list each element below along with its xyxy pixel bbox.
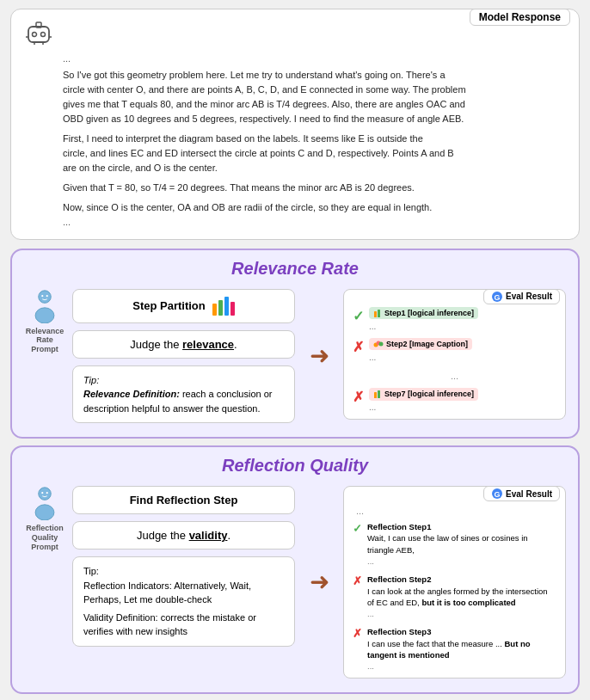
reflection-item-1-dots: ... xyxy=(367,556,556,567)
svg-rect-19 xyxy=(374,311,377,317)
svg-rect-14 xyxy=(218,300,223,316)
svg-point-12 xyxy=(46,295,48,297)
reflection-title: Reflection Quality xyxy=(24,456,566,476)
response-line-4: OBD given as 10 degrees and 5 degrees, r… xyxy=(63,112,567,126)
svg-rect-20 xyxy=(378,310,380,317)
svg-point-9 xyxy=(39,290,52,303)
reflection-item-1-title: Reflection Step1 xyxy=(367,521,556,532)
response-text: ... So I've got this geometry problem he… xyxy=(63,52,567,230)
reflection-prompt-label: ReflectionQualityPrompt xyxy=(24,486,65,551)
reflection-eval-result-label: G Eval Result xyxy=(483,486,560,501)
arrow-icon: ➜ xyxy=(310,341,329,370)
eval-result-label: G Eval Result xyxy=(483,289,560,304)
check-icon-1: ✓ xyxy=(353,307,364,326)
eval-item-2-tag: Step2 [Image Caption] xyxy=(369,338,556,352)
relevance-title: Relevance Rate xyxy=(24,259,566,279)
reflection-tip-content2: Validity Definition: corrects the mistak… xyxy=(83,611,284,639)
svg-rect-13 xyxy=(212,304,217,316)
svg-point-1 xyxy=(33,33,37,37)
reflection-tip-content: Reflection Indicators: Alternatively, Wa… xyxy=(83,579,284,607)
reflection-avatar xyxy=(31,486,58,520)
eval-item-2-content: Step2 [Image Caption] ... xyxy=(369,338,556,364)
relevance-arrow: ➜ xyxy=(302,341,336,370)
svg-point-27 xyxy=(35,505,54,520)
relevance-label-1: RelevanceRatePrompt xyxy=(26,327,65,354)
judge-text-before: Judge the xyxy=(130,338,182,351)
relevance-tip-box: Tip: Relevance Definition: reach a concl… xyxy=(72,365,295,424)
eval-item-1-body: ... xyxy=(369,321,556,333)
response-line-8: Given that T = 80, so T/4 = 20 degrees. … xyxy=(63,181,567,195)
eval-item-1-content: Step1 [logical inference] ... xyxy=(369,307,556,333)
eval-item-7-tag: Step7 [logical inference] xyxy=(369,388,556,402)
eval-item-7-content: Step7 [logical inference] ... xyxy=(369,388,556,414)
svg-point-28 xyxy=(41,492,43,494)
reflection-tip-bold1: Reflection Indicators: xyxy=(83,580,172,591)
judge-validity-box: Judge the validity. xyxy=(72,521,295,550)
reflection-item-1: ✓ Reflection Step1 Wait, I can use the l… xyxy=(353,521,556,567)
reflection-label: ReflectionQualityPrompt xyxy=(26,524,64,551)
reflection-tip-bold2: Validity Definition: xyxy=(83,612,158,623)
relevance-left-panel: Step Partition Judge the relevance. Tip: xyxy=(72,289,295,424)
eval-item-2: ✗ Step2 [Image Caption] xyxy=(353,338,556,364)
judge-keyword: relevance xyxy=(182,338,234,351)
judge-validity-after: . xyxy=(227,529,230,542)
find-reflection-label: Find Reflection Step xyxy=(130,494,238,507)
response-dots-bottom: ... xyxy=(63,215,567,230)
eval-item-7-body: ... xyxy=(369,402,556,414)
response-line-5: First, I need to interpret the diagram b… xyxy=(63,132,567,146)
reflection-item-3: ✗ Reflection Step3 I can use the fact th… xyxy=(353,626,556,672)
reflection-item-1-body: Wait, I can use the law of sines or cosi… xyxy=(367,532,556,556)
svg-point-23 xyxy=(379,342,384,347)
reflection-eval-items: ... ✓ Reflection Step1 Wait, I can use t… xyxy=(353,504,556,672)
svg-point-10 xyxy=(35,307,54,322)
reflection-left-panel: Find Reflection Step Judge the validity.… xyxy=(72,486,295,647)
eval-item-7: ✗ Step7 [logical inference] ... xyxy=(353,388,556,414)
relevance-section: Relevance Rate RelevanceRatePrompt Step … xyxy=(10,249,580,439)
reflection-item-3-dots: ... xyxy=(367,660,556,672)
reflection-tip-label: Tip: xyxy=(83,564,284,579)
reflection-item-2-body: I can look at the angles formed by the i… xyxy=(367,586,556,609)
step-partition-box: Step Partition xyxy=(72,289,295,323)
eval-dots: ... xyxy=(353,371,556,381)
svg-point-11 xyxy=(41,295,43,297)
judge-validity-keyword: validity xyxy=(189,529,228,542)
eval-item-2-body: ... xyxy=(369,352,556,364)
svg-rect-16 xyxy=(230,302,235,316)
cross-icon-r2: ✗ xyxy=(353,574,362,589)
reflection-section: Reflection Quality ReflectionQualityProm… xyxy=(10,445,580,694)
bot-icon xyxy=(23,18,54,49)
partition-icon xyxy=(212,297,235,316)
reflection-item-3-title: Reflection Step3 xyxy=(367,626,556,637)
model-response-section: Model Response ... So I've got this geom… xyxy=(10,9,580,240)
judge-text-after: . xyxy=(234,338,237,351)
relevance-right-panel: G Eval Result ✓ Step1 [logical inference… xyxy=(343,289,566,421)
relevance-avatar xyxy=(31,289,58,323)
response-line-7: are on the circle, and O is the center. xyxy=(63,161,567,175)
reflection-eval-result-box: G Eval Result ... ✓ Reflection Step1 Wai… xyxy=(343,486,566,679)
svg-rect-24 xyxy=(374,392,377,398)
check-icon-r1: ✓ xyxy=(353,521,362,537)
reflection-dots-top: ... xyxy=(356,506,556,516)
response-line-6: circle, and lines EC and ED intersect th… xyxy=(63,146,567,161)
reflection-item-2: ✗ Reflection Step2 I can look at the ang… xyxy=(353,574,556,619)
svg-point-2 xyxy=(41,33,46,37)
relevance-eval-result-box: G Eval Result ✓ Step1 [logical inference… xyxy=(343,289,566,421)
svg-text:G: G xyxy=(495,490,501,499)
response-line-1: So I've got this geometry problem here. … xyxy=(63,68,567,83)
eval-items-list: ✓ Step1 [logical inference] ... xyxy=(353,307,556,414)
reflection-arrow-icon: ➜ xyxy=(310,568,329,596)
reflection-item-3-body: I can use the fact that the measure ... … xyxy=(367,638,556,661)
reflection-right-panel: G Eval Result ... ✓ Reflection Step1 Wai… xyxy=(343,486,566,679)
tip-content: Relevance Definition: reach a conclusion… xyxy=(83,387,284,415)
reflection-item-2-title: Reflection Step2 xyxy=(367,574,556,585)
eval-item-1-tag: Step1 [logical inference] xyxy=(369,307,556,321)
reflection-item-2-content: Reflection Step2 I can look at the angle… xyxy=(367,574,556,619)
reflection-item-3-content: Reflection Step3 I can use the fact that… xyxy=(367,626,556,672)
find-reflection-box: Find Reflection Step xyxy=(72,486,295,514)
svg-point-29 xyxy=(46,492,48,494)
svg-text:G: G xyxy=(495,293,501,302)
dots-top: ... xyxy=(63,52,567,66)
svg-rect-15 xyxy=(224,297,229,316)
cross-icon-r3: ✗ xyxy=(353,626,362,642)
response-line-9: Now, since O is the center, OA and OB ar… xyxy=(63,200,567,215)
